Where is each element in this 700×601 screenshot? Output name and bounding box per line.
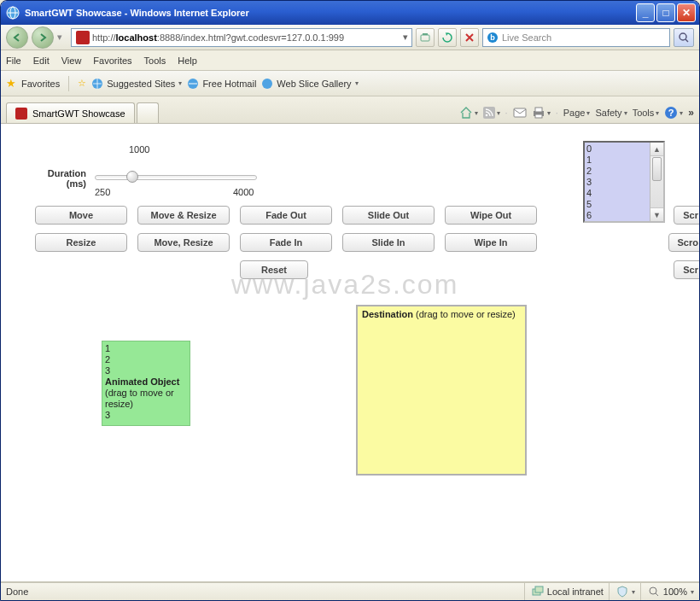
status-bar: Done Local intranet ▾ 100% ▾: [1, 581, 699, 600]
scroll-up-icon[interactable]: ▲: [650, 143, 663, 156]
animbox-hint: (drag to move or resize): [105, 388, 174, 409]
print-button[interactable]: ▾: [532, 107, 551, 119]
web-slice-gallery-link[interactable]: Web Slice Gallery▾: [261, 78, 358, 90]
suggested-sites-link[interactable]: Suggested Sites▾: [91, 78, 182, 90]
move-button[interactable]: Move: [35, 206, 127, 225]
scrollbar-thumb[interactable]: [652, 157, 662, 181]
right-button-1[interactable]: Scr: [674, 206, 699, 225]
compat-view-button[interactable]: [416, 28, 435, 47]
help-button[interactable]: ?▾: [664, 106, 683, 120]
destination-box[interactable]: Destination (drag to move or resize): [356, 305, 527, 476]
refresh-icon: [442, 32, 452, 43]
site-favicon: [76, 31, 90, 44]
listbox-scrollbar[interactable]: ▲ ▼: [650, 143, 663, 221]
fade-in-button[interactable]: Fade In: [240, 233, 332, 252]
status-text: Done: [6, 586, 28, 597]
list-item[interactable]: 0: [586, 143, 648, 155]
page-menu[interactable]: Page▾: [563, 108, 591, 118]
wipe-in-button[interactable]: Wipe In: [445, 233, 537, 252]
help-icon: ?: [664, 106, 678, 120]
slider-max-label: 4000: [233, 187, 254, 197]
slide-in-button[interactable]: Slide In: [342, 233, 435, 252]
list-item[interactable]: 5: [586, 199, 648, 210]
add-favorite-icon[interactable]: ☆: [78, 78, 86, 89]
menu-favorites[interactable]: Favorites: [93, 55, 131, 66]
ie-window: SmartGWT Showcase - Windows Internet Exp…: [0, 0, 700, 601]
bing-icon: b: [487, 32, 499, 44]
security-zone[interactable]: Local intranet: [524, 583, 604, 600]
menu-tools[interactable]: Tools: [144, 55, 166, 66]
slide-out-button[interactable]: Slide Out: [342, 206, 435, 225]
address-bar[interactable]: http://localhost:8888/index.html?gwt.cod…: [71, 28, 412, 47]
refresh-button[interactable]: [438, 28, 457, 47]
zoom-control[interactable]: 100% ▾: [640, 583, 694, 600]
safety-menu[interactable]: Safety▾: [595, 108, 627, 118]
resize-button[interactable]: Resize: [35, 233, 127, 252]
slider-thumb[interactable]: [126, 171, 138, 183]
address-dropdown-icon[interactable]: ▾: [401, 32, 410, 43]
read-mail-button[interactable]: [513, 108, 527, 118]
search-icon: [678, 32, 690, 44]
list-item[interactable]: 4: [586, 188, 648, 199]
nav-history-dropdown[interactable]: ▾: [57, 29, 67, 46]
close-button[interactable]: ✕: [677, 3, 696, 22]
favorites-label[interactable]: Favorites: [21, 79, 60, 89]
animated-object-box[interactable]: 1 2 3 Animated Object (drag to move or r…: [102, 341, 190, 426]
free-hotmail-link[interactable]: Free Hotmail: [187, 78, 256, 90]
forward-button[interactable]: [32, 26, 54, 49]
zoom-icon: [648, 586, 660, 598]
new-tab-button[interactable]: [137, 102, 159, 123]
wipe-out-button[interactable]: Wipe Out: [445, 206, 537, 225]
menu-help[interactable]: Help: [178, 55, 197, 66]
separator: [68, 76, 69, 91]
sample-listbox[interactable]: 0 1 2 3 4 5 6 ▲ ▼: [583, 141, 665, 223]
home-button[interactable]: ▾: [459, 106, 478, 120]
right-button-3[interactable]: Scr: [674, 260, 699, 279]
reset-button[interactable]: Reset: [240, 260, 308, 279]
search-input[interactable]: b Live Search: [482, 28, 670, 47]
tools-menu[interactable]: Tools▾: [633, 108, 660, 118]
minimize-button[interactable]: _: [636, 3, 655, 22]
svg-rect-3: [423, 33, 428, 35]
list-item[interactable]: 6: [586, 210, 648, 221]
scroll-down-icon[interactable]: ▼: [650, 207, 663, 221]
back-button[interactable]: [6, 26, 28, 49]
protected-mode[interactable]: ▾: [609, 583, 635, 600]
tab-smartgwt[interactable]: SmartGWT Showcase: [6, 102, 135, 123]
compat-icon: [419, 32, 431, 44]
listbox-items[interactable]: 0 1 2 3 4 5 6: [585, 143, 650, 221]
shield-icon: [616, 586, 628, 598]
move-resize-button[interactable]: Move, Resize: [137, 233, 230, 252]
menu-edit[interactable]: Edit: [33, 55, 50, 66]
svg-rect-2: [421, 35, 429, 41]
nav-toolbar: ▾ http://localhost:8888/index.html?gwt.c…: [1, 25, 699, 50]
rss-icon: [483, 107, 495, 119]
feeds-button[interactable]: ▾: [483, 107, 500, 119]
content-pane: www.java2s.com 1000 Duration(ms) 250 400…: [1, 124, 699, 581]
search-button[interactable]: [674, 28, 694, 47]
animbox-title: Animated Object: [105, 376, 179, 387]
menu-file[interactable]: File: [6, 55, 21, 66]
right-button-2[interactable]: Scro: [668, 233, 699, 252]
ie-icon: [6, 6, 20, 20]
svg-text:b: b: [490, 33, 495, 42]
animbox-post-lines: 3: [105, 410, 187, 421]
titlebar[interactable]: SmartGWT Showcase - Windows Internet Exp…: [1, 1, 699, 25]
window-title: SmartGWT Showcase - Windows Internet Exp…: [25, 8, 636, 18]
svg-rect-10: [483, 107, 495, 119]
destbox-title: Destination: [362, 309, 413, 319]
list-item[interactable]: 3: [586, 177, 648, 188]
svg-text:?: ?: [668, 108, 674, 118]
overflow-chevron-icon[interactable]: »: [688, 107, 694, 119]
list-item[interactable]: 2: [586, 166, 648, 177]
fade-out-button[interactable]: Fade Out: [240, 206, 332, 225]
search-placeholder: Live Search: [502, 32, 551, 43]
stop-button[interactable]: [460, 28, 479, 47]
move-and-resize-button[interactable]: Move & Resize: [137, 206, 230, 225]
slider-track[interactable]: [95, 175, 257, 180]
list-item[interactable]: 1: [586, 155, 648, 166]
favorites-star-icon[interactable]: ★: [6, 77, 16, 90]
maximize-button[interactable]: □: [656, 3, 675, 22]
svg-point-6: [680, 33, 686, 40]
menu-view[interactable]: View: [61, 55, 82, 66]
